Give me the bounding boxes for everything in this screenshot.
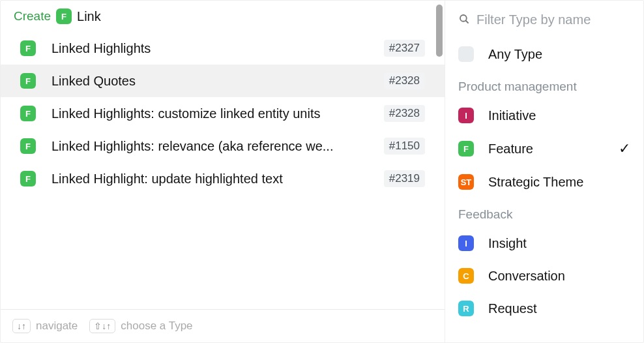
result-title: Linked Highlights: customize linked enti…: [51, 106, 368, 121]
type-filter-panel: Any Type Product management I Initiative…: [445, 1, 643, 342]
request-badge-icon: R: [458, 301, 474, 316]
feature-badge-icon: F: [20, 106, 36, 121]
filter-row[interactable]: [458, 12, 630, 37]
result-id-badge: #2328: [384, 72, 425, 89]
conversation-badge-icon: C: [458, 268, 474, 284]
scrollbar-thumb[interactable]: [436, 5, 443, 57]
type-item-label: Conversation: [488, 269, 630, 284]
result-id-badge: #2327: [384, 40, 425, 57]
type-item-label: Initiative: [488, 108, 630, 123]
feature-badge-icon: F: [20, 138, 36, 154]
type-item-label: Any Type: [488, 47, 630, 62]
type-item-feature[interactable]: F Feature ✓: [458, 133, 630, 164]
type-item-insight[interactable]: I Insight: [458, 228, 630, 258]
search-icon: [458, 13, 470, 27]
result-id-badge: #1150: [384, 138, 425, 155]
result-row[interactable]: F Linked Highlights: relevance (aka refe…: [1, 130, 445, 162]
type-item-request[interactable]: R Request: [458, 293, 630, 323]
feature-badge-icon: F: [56, 8, 72, 24]
create-input-text: Link: [77, 9, 101, 24]
create-label: Create: [14, 9, 51, 23]
result-id-badge: #2328: [384, 105, 425, 122]
result-title: Linked Highlights: [51, 41, 368, 56]
type-item-any[interactable]: Any Type: [458, 39, 630, 69]
feature-badge-icon: F: [20, 171, 36, 186]
feature-badge-icon: F: [458, 141, 474, 157]
navigate-hint-label: navigate: [36, 320, 78, 333]
strategic-theme-badge-icon: ST: [458, 174, 474, 190]
navigate-keys-icon: ↓↑: [12, 319, 31, 333]
feature-badge-icon: F: [20, 40, 36, 56]
result-row[interactable]: F Linked Highlights: customize linked en…: [1, 97, 445, 130]
type-item-conversation[interactable]: C Conversation: [458, 261, 630, 291]
any-type-badge-icon: [458, 46, 474, 62]
choose-type-hint-label: choose a Type: [121, 320, 192, 333]
insight-badge-icon: I: [458, 235, 474, 251]
feature-badge-icon: F: [20, 73, 36, 89]
initiative-badge-icon: I: [458, 108, 474, 123]
choose-type-keys-icon: ⇧↓↑: [89, 319, 115, 333]
result-title: Linked Highlight: update highlighted tex…: [51, 172, 368, 186]
result-title: Linked Highlights: relevance (aka refere…: [51, 139, 368, 154]
check-icon: ✓: [619, 140, 630, 157]
filter-type-input[interactable]: [476, 12, 630, 27]
left-panel: Create F Link F Linked Highlights #2327 …: [1, 1, 445, 342]
section-label: Product management: [458, 72, 630, 98]
keyboard-hints: ↓↑ navigate ⇧↓↑ choose a Type: [1, 309, 445, 342]
type-item-strategic-theme[interactable]: ST Strategic Theme: [458, 167, 630, 197]
result-title: Linked Quotes: [51, 74, 368, 89]
results-list: F Linked Highlights #2327 F Linked Quote…: [1, 32, 445, 309]
type-item-label: Insight: [488, 236, 630, 251]
type-item-label: Feature: [488, 142, 604, 157]
result-id-badge: #2319: [384, 170, 425, 187]
create-bar[interactable]: Create F Link: [1, 1, 445, 32]
svg-line-1: [466, 21, 468, 23]
type-item-initiative[interactable]: I Initiative: [458, 100, 630, 130]
result-row[interactable]: F Linked Highlight: update highlighted t…: [1, 162, 445, 195]
result-row[interactable]: F Linked Highlights #2327: [1, 32, 445, 65]
result-row[interactable]: F Linked Quotes #2328: [1, 65, 445, 97]
type-item-label: Strategic Theme: [488, 175, 630, 190]
type-item-label: Request: [488, 301, 630, 316]
section-label: Feedback: [458, 200, 630, 226]
